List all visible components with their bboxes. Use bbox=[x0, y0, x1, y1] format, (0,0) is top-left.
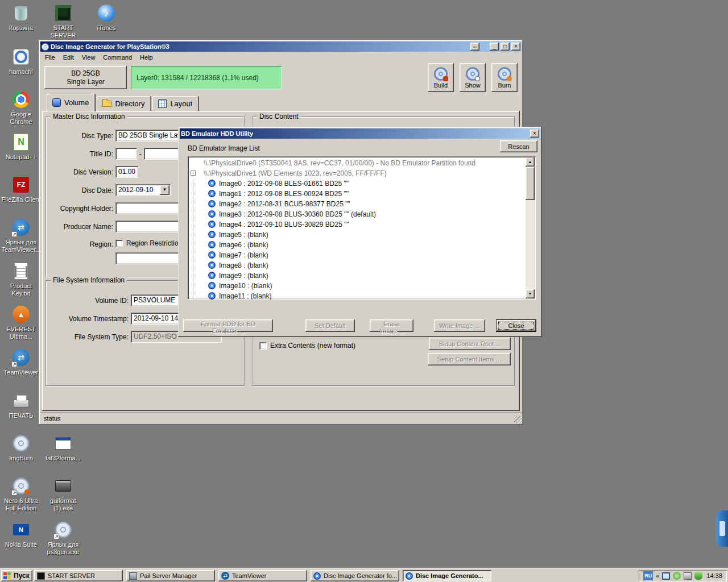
tab-layout[interactable]: Layout bbox=[152, 96, 199, 111]
file-system-type-value: UDF2.50+ISO bbox=[134, 332, 177, 340]
tab-volume[interactable]: Volume bbox=[47, 94, 96, 111]
list-scrollbar[interactable]: ▲ ▼ bbox=[526, 157, 535, 298]
start-button[interactable]: Пуск bbox=[1, 570, 32, 581]
region-restriction-label: Region Restriction bbox=[126, 239, 182, 247]
console-icon bbox=[37, 572, 45, 580]
desktop-icon-fat32format[interactable]: fat32forma... bbox=[43, 434, 84, 462]
shortcut-arrow-icon: ↗ bbox=[11, 490, 17, 496]
desktop-icon-label: Google Chrome bbox=[1, 111, 42, 126]
desktop-icon-filezilla[interactable]: FileZilla Client bbox=[1, 175, 42, 203]
drive-row-text: \\.\PhysicalDrive0 (ST350041 8AS, rev=CC… bbox=[204, 158, 475, 168]
tree-collapse-icon[interactable]: - bbox=[191, 171, 196, 176]
desktop-icon-teamviewer[interactable]: ↗ TeamViewer bbox=[1, 348, 42, 376]
drive-row[interactable]: - \\.\PhysicalDrive1 (WD Elements 1023, … bbox=[188, 168, 536, 178]
image-list-row[interactable]: Image9 : (blank) bbox=[188, 271, 536, 281]
extra-contents-checkbox[interactable] bbox=[259, 342, 267, 350]
disc-icon bbox=[208, 272, 216, 279]
teamviewer-icon bbox=[221, 572, 229, 580]
desktop-icon-ps3gen[interactable]: ↗ Ярлык для ps3gen.exe bbox=[43, 520, 84, 556]
desktop-icon-label: TeamViewer bbox=[1, 369, 42, 376]
layout-tab-icon bbox=[158, 99, 167, 108]
image-list-row[interactable]: Image8 : (blank) bbox=[188, 260, 536, 271]
bd-image-list[interactable]: \\.\PhysicalDrive0 (ST350041 8AS, rev=CC… bbox=[188, 156, 536, 300]
monitor-tray-icon[interactable] bbox=[662, 572, 670, 580]
desktop-icon-label: Ярлык для ps3gen.exe bbox=[43, 541, 84, 556]
tray-clock[interactable]: 14:38 bbox=[705, 572, 722, 579]
desktop-icon-start-server[interactable]: START SERVER bbox=[43, 3, 84, 39]
resize-grip[interactable] bbox=[514, 416, 522, 423]
disc-version-field[interactable]: 01.00 bbox=[115, 166, 138, 178]
scroll-up-button[interactable]: ▲ bbox=[526, 157, 535, 167]
task-start-server[interactable]: START SERVER bbox=[34, 570, 123, 581]
hdd-icon bbox=[53, 476, 73, 496]
tray-chevron-icon[interactable]: « bbox=[656, 572, 659, 579]
scroll-down-button[interactable]: ▼ bbox=[526, 289, 535, 298]
desktop-icon-guiformat[interactable]: guiformat (1).exe bbox=[43, 476, 84, 512]
close-dialog-button[interactable]: Close bbox=[496, 319, 536, 332]
desktop-icon-google-chrome[interactable]: Google Chrome bbox=[1, 90, 42, 126]
show-button[interactable]: Show bbox=[460, 63, 486, 92]
menu-view[interactable]: View bbox=[78, 53, 99, 63]
desktop-icon-teamviewer-shortcut[interactable]: ↗ Ярлык для TeamViewer... bbox=[1, 218, 42, 253]
desktop-icon-recycle-bin[interactable]: Корзина bbox=[1, 3, 42, 32]
menu-file[interactable]: File bbox=[42, 53, 59, 63]
image-list-row[interactable]: Image1 : 2012-09-08 BLES-00924 BD25 "" bbox=[188, 189, 536, 199]
image-list-row[interactable]: Image11 : (blank) bbox=[188, 291, 536, 300]
desktop-icon-hamachi[interactable]: hamachi bbox=[1, 47, 42, 76]
desktop-icon-print[interactable]: ПЕЧАТЬ bbox=[1, 391, 42, 419]
desktop-icon-nokia-suite[interactable]: Nokia Suite bbox=[1, 520, 42, 548]
desktop-icon-nero[interactable]: ↗ Nero 6 Ultra Full Edition bbox=[1, 476, 42, 512]
task-pail-server-manager[interactable]: Pail Server Manager bbox=[126, 570, 215, 581]
tab-directory[interactable]: Directory bbox=[97, 96, 151, 111]
desktop-icon-label: START SERVER bbox=[43, 24, 84, 39]
desktop-icon-itunes[interactable]: iTunes bbox=[86, 3, 127, 32]
menu-command[interactable]: Command bbox=[100, 53, 135, 63]
title-id-field-1[interactable] bbox=[115, 148, 137, 160]
image-list-row[interactable]: Image4 : 2012-09-10 BLUS-30829 BD25 "" bbox=[188, 219, 536, 230]
image-list-row[interactable]: Image3 : 2012-09-08 BLUS-30360 BD25 "" (… bbox=[188, 209, 536, 219]
burn-button[interactable]: Burn bbox=[491, 63, 518, 92]
language-indicator[interactable]: RU bbox=[643, 571, 653, 580]
task-disc-image-generator-2[interactable]: Disc Image Generato... bbox=[403, 570, 491, 581]
build-button[interactable]: Build bbox=[428, 63, 454, 92]
title-id-separator: - bbox=[139, 150, 142, 158]
titlebar-extra-button[interactable]: ⇔ bbox=[470, 43, 479, 51]
dialog-close-button[interactable]: × bbox=[530, 130, 539, 138]
keyboard-tray-icon[interactable] bbox=[684, 572, 692, 580]
tab-layout-label: Layout bbox=[170, 99, 192, 108]
close-button[interactable]: × bbox=[511, 43, 520, 51]
desktop-icon-product-key[interactable]: Product Key.txt bbox=[1, 261, 42, 297]
task-teamviewer[interactable]: TeamViewer bbox=[218, 570, 307, 581]
menu-help[interactable]: Help bbox=[136, 53, 156, 63]
image-list-row[interactable]: Image2 : 2012-08-31 BCUS-98377 BD25 "" bbox=[188, 199, 536, 209]
main-window-titlebar[interactable]: Disc Image Generator for PlayStation®3 ⇔… bbox=[40, 41, 522, 52]
tree-line bbox=[193, 179, 193, 300]
dialog-titlebar[interactable]: BD Emulator HDD Utility × bbox=[180, 128, 540, 139]
image-row-text: Image4 : 2012-09-10 BLUS-30829 BD25 "" bbox=[219, 219, 349, 230]
task-disc-image-generator-1[interactable]: Disc Image Generator fo... bbox=[311, 570, 399, 581]
antivirus-tray-icon[interactable] bbox=[694, 572, 702, 580]
menu-edit[interactable]: Edit bbox=[60, 53, 77, 63]
minimize-button[interactable]: _ bbox=[490, 43, 499, 51]
region-restriction-checkbox[interactable] bbox=[115, 240, 123, 247]
update-tray-icon[interactable] bbox=[673, 572, 681, 580]
disc-date-combobox[interactable]: 2012-09-10 ▼ bbox=[115, 184, 171, 196]
image-list-row[interactable]: Image6 : (blank) bbox=[188, 240, 536, 250]
drive-row[interactable]: \\.\PhysicalDrive0 (ST350041 8AS, rev=CC… bbox=[188, 158, 536, 168]
image-list-row[interactable]: Image0 : 2012-09-08 BLES-01661 BD25 "" bbox=[188, 178, 536, 189]
image-list-row[interactable]: Image10 : (blank) bbox=[188, 281, 536, 291]
desktop-icon-label: Product Key.txt bbox=[1, 282, 42, 297]
disc-icon bbox=[208, 200, 216, 207]
dropdown-arrow-icon[interactable]: ▼ bbox=[160, 185, 169, 195]
image-list-row[interactable]: Image7 : (blank) bbox=[188, 250, 536, 260]
status-bar: status bbox=[40, 412, 522, 423]
rescan-button[interactable]: Rescan bbox=[500, 140, 537, 152]
desktop-icon-imgburn[interactable]: ImgBurn bbox=[1, 434, 42, 462]
desktop-icon-notepad-plus-plus[interactable]: Notepad++ bbox=[1, 132, 42, 161]
desktop-icon-everest[interactable]: EVEREST Ultima... bbox=[1, 305, 42, 340]
volume-tab-icon bbox=[52, 98, 61, 107]
scrollbar-thumb[interactable] bbox=[526, 167, 535, 200]
image-list-row[interactable]: Image5 : (blank) bbox=[188, 230, 536, 240]
teamviewer-side-panel-handle[interactable] bbox=[716, 510, 728, 547]
maximize-button[interactable]: □ bbox=[500, 43, 510, 51]
